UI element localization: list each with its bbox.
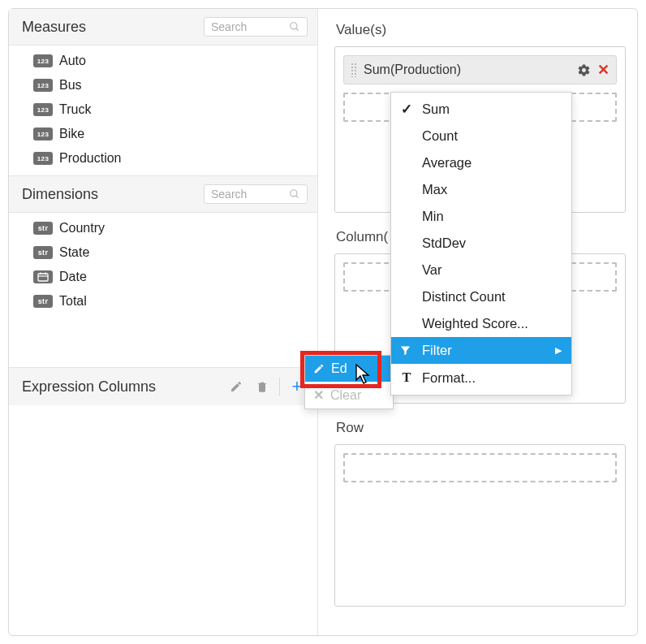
close-icon[interactable]: ✕	[597, 61, 609, 79]
measure-label: Auto	[59, 54, 86, 68]
values-label: Value(s)	[334, 20, 626, 43]
menu-label: Var	[422, 262, 441, 278]
measures-list: 123Auto 123Bus 123Truck 123Bike 123Produ…	[9, 45, 317, 175]
string-icon: str	[33, 295, 53, 308]
number-icon: 123	[33, 103, 53, 116]
close-icon: ✕	[313, 387, 324, 403]
calendar-icon	[33, 270, 53, 283]
check-icon: ✓	[399, 102, 414, 117]
svg-point-0	[291, 23, 297, 29]
submenu-edit-label: Ed	[331, 361, 347, 376]
menu-label: Filter	[422, 343, 452, 358]
menu-label: Weighted Score...	[422, 316, 528, 331]
list-item[interactable]: Date	[9, 265, 317, 289]
menu-item-filter[interactable]: Filter ▶	[391, 337, 571, 364]
expression-columns-header: Expression Columns +	[9, 367, 317, 405]
menu-label: Format...	[422, 370, 476, 386]
number-icon: 123	[33, 54, 53, 67]
list-item[interactable]: strState	[9, 240, 317, 265]
delete-expression-button[interactable]	[253, 378, 271, 395]
value-pill-label: Sum(Production)	[364, 63, 571, 77]
drag-handle-icon[interactable]	[351, 63, 357, 77]
measure-label: Truck	[59, 102, 91, 117]
row-dropzone[interactable]	[343, 453, 617, 482]
submenu-clear-label: Clear	[330, 388, 361, 403]
measure-label: Bus	[59, 78, 82, 93]
submenu-clear[interactable]: ✕ Clear	[305, 382, 393, 408]
menu-item-var[interactable]: Var	[391, 257, 571, 283]
dimensions-list: strCountry strState Date strTotal	[9, 213, 317, 318]
list-item[interactable]: 123Production	[9, 146, 317, 171]
dimension-label: Total	[59, 294, 87, 309]
edit-expression-button[interactable]	[227, 378, 245, 395]
dimensions-search[interactable]	[204, 184, 308, 204]
menu-item-average[interactable]: Average	[391, 149, 571, 176]
filter-icon	[399, 344, 414, 357]
add-expression-button[interactable]: +	[288, 378, 306, 395]
dimensions-header: Dimensions	[9, 175, 317, 213]
measure-label: Production	[59, 151, 122, 166]
menu-label: Distinct Count	[422, 289, 506, 305]
search-icon	[289, 21, 300, 32]
row-label: Row	[334, 418, 626, 441]
menu-label: Max	[422, 182, 447, 197]
number-icon: 123	[33, 128, 53, 140]
menu-item-weighted-score[interactable]: Weighted Score...	[391, 310, 571, 337]
dimensions-search-input[interactable]	[211, 188, 276, 201]
svg-rect-4	[38, 274, 48, 281]
menu-item-format[interactable]: T Format...	[391, 364, 571, 391]
search-icon	[289, 188, 300, 200]
list-item[interactable]: 123Bike	[9, 122, 317, 146]
list-item[interactable]: 123Truck	[9, 97, 317, 122]
list-item[interactable]: strTotal	[9, 289, 317, 313]
menu-item-distinct-count[interactable]: Distinct Count	[391, 283, 571, 310]
list-item[interactable]: strCountry	[9, 216, 317, 240]
menu-label: Average	[422, 155, 472, 171]
submenu-edit[interactable]: Ed	[305, 356, 393, 382]
aggregation-menu[interactable]: ✓Sum Count Average Max Min StdDev Var Di…	[390, 92, 572, 395]
filter-submenu[interactable]: Ed ✕ Clear	[304, 355, 394, 409]
menu-item-count[interactable]: Count	[391, 123, 571, 149]
measures-search[interactable]	[204, 17, 308, 37]
number-icon: 123	[33, 152, 53, 165]
string-icon: str	[33, 222, 53, 235]
dimension-label: State	[59, 245, 89, 260]
left-pane: Measures 123Auto 123Bus 123Truck 123Bike…	[9, 9, 318, 635]
menu-label: Count	[422, 128, 458, 144]
dimension-label: Country	[59, 221, 105, 236]
list-item[interactable]: 123Auto	[9, 49, 317, 73]
value-pill[interactable]: Sum(Production) ✕	[343, 55, 617, 84]
measures-title: Measures	[22, 19, 86, 36]
string-icon: str	[33, 246, 53, 259]
measures-header: Measures	[9, 9, 317, 45]
dimensions-title: Dimensions	[22, 186, 98, 203]
menu-label: Min	[422, 209, 444, 224]
format-icon: T	[399, 370, 414, 386]
svg-line-3	[296, 196, 299, 198]
measures-search-input[interactable]	[211, 20, 276, 33]
chevron-right-icon: ▶	[555, 345, 562, 356]
dimension-label: Date	[59, 270, 87, 284]
menu-label: Sum	[422, 102, 450, 117]
pencil-icon	[313, 363, 325, 374]
number-icon: 123	[33, 79, 53, 92]
menu-label: StdDev	[422, 236, 466, 251]
menu-item-sum[interactable]: ✓Sum	[391, 96, 571, 123]
svg-line-1	[296, 28, 299, 31]
list-item[interactable]: 123Bus	[9, 73, 317, 97]
menu-item-min[interactable]: Min	[391, 203, 571, 230]
menu-item-stddev[interactable]: StdDev	[391, 230, 571, 257]
divider	[279, 378, 280, 395]
expression-columns-title: Expression Columns	[22, 378, 156, 395]
measure-label: Bike	[59, 127, 84, 141]
svg-point-2	[291, 190, 297, 197]
gear-icon[interactable]	[577, 63, 591, 77]
menu-item-max[interactable]: Max	[391, 176, 571, 203]
row-panel[interactable]	[334, 444, 626, 607]
